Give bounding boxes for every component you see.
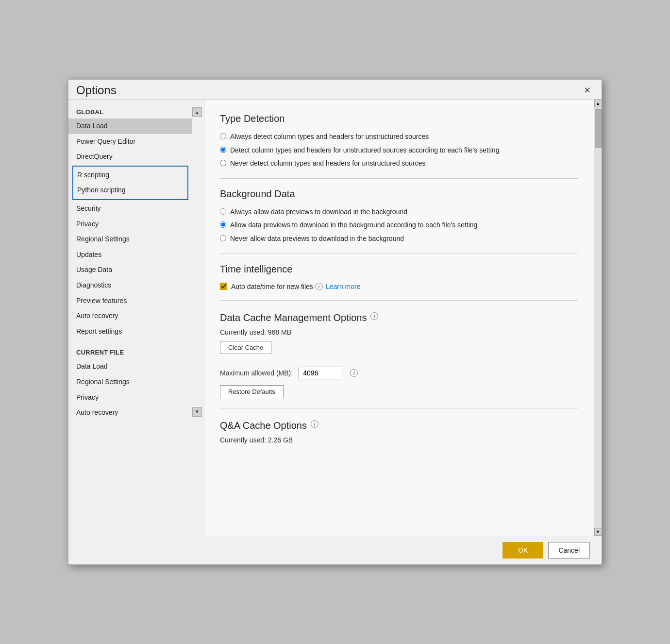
data-cache-currently-used: Currently used: 968 MB (220, 328, 578, 336)
current-file-section-header: CURRENT FILE (68, 344, 192, 359)
divider-4 (220, 408, 578, 408)
sidebar-item-auto-recovery-current[interactable]: Auto recovery (68, 405, 192, 421)
options-dialog: Options ✕ ▲ GLOBAL Data Load Power Query… (68, 79, 602, 565)
time-intelligence-section: Time intelligence Auto date/time for new… (220, 264, 578, 290)
dialog-body: ▲ GLOBAL Data Load Power Query Editor Di… (68, 99, 602, 536)
titlebar: Options ✕ (68, 80, 602, 99)
sidebar-item-preview-features[interactable]: Preview features (68, 293, 192, 309)
background-data-section: Background Data Always allow data previe… (220, 188, 578, 244)
auto-datetime-checkbox-label[interactable]: Auto date/time for new files (220, 283, 313, 290)
background-data-option-1[interactable]: Always allow data previews to download i… (220, 207, 578, 217)
sidebar-scroll-up[interactable]: ▲ (192, 107, 202, 117)
divider-1 (220, 178, 578, 179)
type-detection-option-3[interactable]: Never detect column types and headers fo… (220, 159, 578, 169)
sidebar-item-diagnostics[interactable]: Diagnostics (68, 278, 192, 293)
sidebar-item-auto-recovery-global[interactable]: Auto recovery (68, 308, 192, 324)
auto-datetime-info-icon[interactable]: i (315, 283, 323, 290)
sidebar-item-directquery[interactable]: DirectQuery (68, 149, 192, 165)
max-allowed-label: Maximum allowed (MB): (220, 369, 293, 377)
dialog-title: Options (76, 84, 117, 97)
type-detection-section: Type Detection Always detect column type… (220, 113, 578, 169)
type-detection-option-2[interactable]: Detect column types and headers for unst… (220, 146, 578, 155)
ok-button[interactable]: OK (502, 542, 543, 559)
qa-cache-info-icon[interactable]: i (311, 420, 318, 428)
auto-datetime-checkbox[interactable] (220, 283, 227, 290)
type-detection-radio-2[interactable] (220, 147, 226, 153)
sidebar-item-data-load-current[interactable]: Data Load (68, 359, 192, 374)
clear-cache-button[interactable]: Clear Cache (220, 341, 271, 354)
restore-defaults-button[interactable]: Restore Defaults (220, 385, 284, 398)
sidebar-item-power-query-editor[interactable]: Power Query Editor (68, 134, 192, 150)
sidebar-item-privacy-current[interactable]: Privacy (68, 390, 192, 406)
cancel-button[interactable]: Cancel (548, 542, 590, 559)
data-cache-section: Data Cache Management Options i Currentl… (220, 310, 578, 398)
qa-cache-section: Q&A Cache Options i Currently used: 2.26… (220, 418, 578, 444)
background-data-radio-1[interactable] (220, 208, 226, 215)
background-data-radio-3[interactable] (220, 235, 226, 241)
type-detection-radio-1[interactable] (220, 133, 226, 139)
type-detection-options: Always detect column types and headers f… (220, 132, 578, 169)
time-intelligence-title: Time intelligence (220, 264, 578, 275)
sidebar-item-privacy-global[interactable]: Privacy (68, 217, 192, 232)
sidebar-item-regional-settings-global[interactable]: Regional Settings (68, 232, 192, 247)
main-panel: Type Detection Always detect column type… (204, 100, 602, 536)
divider-2 (220, 254, 578, 254)
sidebar-item-report-settings[interactable]: Report settings (68, 324, 192, 339)
close-button[interactable]: ✕ (580, 84, 594, 97)
qa-cache-title: Q&A Cache Options (220, 420, 307, 431)
max-allowed-input[interactable] (299, 367, 342, 379)
type-detection-title: Type Detection (220, 113, 578, 124)
background-data-option-2[interactable]: Allow data previews to download in the b… (220, 220, 578, 230)
main-scrollbar: ▲ ▼ (594, 100, 602, 536)
main-scroll-thumb[interactable] (595, 109, 602, 148)
background-data-radio-2[interactable] (220, 221, 226, 228)
sidebar-item-security[interactable]: Security (68, 201, 192, 217)
main-scroll-down[interactable]: ▼ (594, 528, 602, 536)
background-data-options: Always allow data previews to download i… (220, 207, 578, 244)
sidebar-item-regional-settings-current[interactable]: Regional Settings (68, 374, 192, 390)
sidebar-item-python-scripting[interactable]: Python scripting (73, 183, 187, 198)
max-allowed-row: Maximum allowed (MB): i (220, 367, 578, 379)
sidebar-item-data-load-global[interactable]: Data Load (68, 119, 192, 134)
dialog-footer: OK Cancel (68, 536, 602, 564)
type-detection-radio-3[interactable] (220, 160, 226, 166)
main-scroll-up[interactable]: ▲ (594, 100, 602, 107)
sidebar: ▲ GLOBAL Data Load Power Query Editor Di… (68, 100, 204, 536)
sidebar-item-r-scripting[interactable]: R scripting (73, 168, 187, 183)
sidebar-scroll-down[interactable]: ▼ (192, 407, 202, 417)
background-data-title: Background Data (220, 188, 578, 200)
sidebar-item-updates[interactable]: Updates (68, 247, 192, 263)
data-cache-title: Data Cache Management Options (220, 312, 367, 323)
divider-3 (220, 300, 578, 301)
background-data-option-3[interactable]: Never allow data previews to download in… (220, 234, 578, 244)
type-detection-option-1[interactable]: Always detect column types and headers f… (220, 132, 578, 142)
sidebar-item-usage-data[interactable]: Usage Data (68, 262, 192, 278)
learn-more-link[interactable]: Learn more (326, 283, 361, 290)
data-cache-info-icon[interactable]: i (370, 312, 378, 320)
qa-cache-currently-used: Currently used: 2.26 GB (220, 436, 578, 444)
highlighted-group: R scripting Python scripting (72, 166, 188, 200)
main-content: Type Detection Always detect column type… (204, 100, 594, 536)
max-allowed-info-icon[interactable]: i (350, 369, 358, 377)
global-section-header: GLOBAL (68, 103, 192, 119)
